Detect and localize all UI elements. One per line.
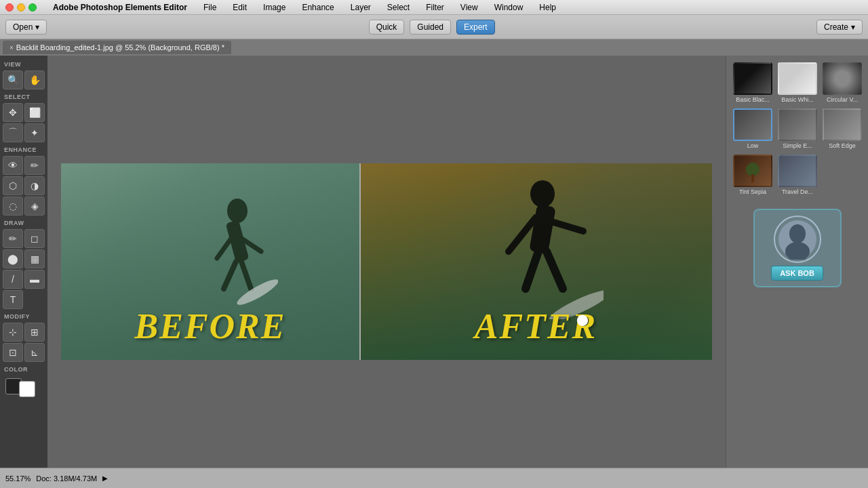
before-image: Before xyxy=(61,163,359,360)
enhance-section-label: ENHANCE xyxy=(3,144,45,155)
color-section-label: COLOR xyxy=(3,363,45,374)
red-eye-tool[interactable]: 👁 xyxy=(3,156,23,175)
filter-label-tint-sepia: Tint Sepia xyxy=(739,188,766,195)
app-name-label: Adobe Photoshop Elements Editor xyxy=(53,3,187,12)
zoom-level: 55.17% xyxy=(5,474,31,483)
svg-point-7 xyxy=(530,180,555,207)
svg-point-0 xyxy=(227,199,248,223)
straighten-tool[interactable]: ⊾ xyxy=(24,343,45,362)
filter-label-low: Low xyxy=(747,142,759,149)
modify-tools-row-2: ⊡ ⊾ xyxy=(3,343,45,362)
enhance-tools-row-1: 👁 ✏ xyxy=(3,156,45,175)
menu-layer[interactable]: Layer xyxy=(348,1,374,14)
select-tools-row-1: ✥ ⬜ xyxy=(3,103,45,122)
menu-select[interactable]: Select xyxy=(384,1,412,14)
view-section-label: VIEW xyxy=(3,58,45,69)
filter-label-travel-de: Travel De... xyxy=(782,188,813,195)
filter-item-travel-de[interactable]: Travel De... xyxy=(776,153,818,197)
menu-edit[interactable]: Edit xyxy=(230,1,250,14)
open-label: Open xyxy=(13,22,33,32)
type-tool[interactable]: T xyxy=(3,290,23,309)
clone-tool[interactable]: ⬡ xyxy=(3,176,23,195)
filter-label-basic-white: Basic Whi... xyxy=(781,96,814,103)
guided-mode-button[interactable]: Guided xyxy=(410,20,451,35)
line-tool[interactable]: / xyxy=(3,270,23,289)
tabs-bar: × Backlit Boarding_edited-1.jpg @ 55.2% … xyxy=(0,39,868,56)
ask-bob-button[interactable]: ASK BOB xyxy=(771,266,823,281)
filter-thumb-circular-v xyxy=(823,62,862,95)
filter-thumb-basic-white xyxy=(778,62,817,95)
draw-tools-row-4: T xyxy=(3,290,45,309)
filter-item-basic-white[interactable]: Basic Whi... xyxy=(776,61,818,104)
enhance-tools-row-2: ⬡ ◑ xyxy=(3,176,45,195)
document-tab[interactable]: × Backlit Boarding_edited-1.jpg @ 55.2% … xyxy=(3,41,231,54)
filter-item-low[interactable]: Low xyxy=(732,107,774,150)
svg-line-5 xyxy=(241,262,251,289)
magic-wand-tool[interactable]: ✦ xyxy=(24,123,45,142)
lasso-tool[interactable]: ⌒ xyxy=(3,123,23,142)
status-bar: 55.17% Doc: 3.18M/4.73M ▶ xyxy=(0,468,868,488)
background-color[interactable] xyxy=(19,381,35,397)
menu-file[interactable]: File xyxy=(201,1,219,14)
filter-item-circular-v[interactable]: Circular V... xyxy=(821,61,863,104)
filter-item-basic-black[interactable]: Basic Blac... xyxy=(732,61,774,104)
maximize-window-btn[interactable] xyxy=(28,3,37,12)
menu-window[interactable]: Window xyxy=(492,1,526,14)
expert-mode-button[interactable]: Expert xyxy=(456,20,495,35)
menu-filter[interactable]: Filter xyxy=(423,1,447,14)
open-arrow-icon: ▾ xyxy=(35,22,39,32)
status-arrow-btn[interactable]: ▶ xyxy=(102,474,108,482)
close-window-btn[interactable] xyxy=(5,3,14,12)
menu-help[interactable]: Help xyxy=(536,1,559,14)
create-button[interactable]: Create ▾ xyxy=(816,20,863,35)
brush-tool[interactable]: ✏ xyxy=(3,229,23,248)
filter-label-basic-black: Basic Blac... xyxy=(736,96,770,103)
doc-size: Doc: 3.18M/4.73M xyxy=(36,474,97,483)
draw-tools-row-2: ⬤ ▦ xyxy=(3,249,45,268)
eraser-tool[interactable]: ◻ xyxy=(24,229,45,248)
left-toolbar: VIEW 🔍 ✋ SELECT ✥ ⬜ ⌒ ✦ ENHANCE 👁 ✏ ⬡ ◑ … xyxy=(0,56,47,468)
sharpen-tool[interactable]: ◈ xyxy=(24,197,45,216)
canvas-container: Before After xyxy=(61,163,712,360)
quick-mode-button[interactable]: Quick xyxy=(369,20,405,35)
recompose-tool[interactable]: ⊡ xyxy=(3,343,23,362)
tab-filename: Backlit Boarding_edited-1.jpg @ 55.2% (B… xyxy=(16,43,224,52)
filter-thumb-tint-sepia xyxy=(733,155,772,187)
gradient-tool[interactable]: ▦ xyxy=(24,249,45,268)
transform-tool[interactable]: ⊞ xyxy=(24,323,45,342)
paint-bucket-tool[interactable]: ⬤ xyxy=(3,249,23,268)
menu-enhance[interactable]: Enhance xyxy=(299,1,336,14)
minimize-window-btn[interactable] xyxy=(17,3,25,12)
hand-tool[interactable]: ✋ xyxy=(24,70,45,89)
filter-item-simple-e[interactable]: Simple E... xyxy=(776,107,818,150)
svg-point-6 xyxy=(235,276,278,306)
draw-tools-row-3: / ▬ xyxy=(3,270,45,289)
shape-tool[interactable]: ▬ xyxy=(24,270,45,289)
menu-image[interactable]: Image xyxy=(260,1,288,14)
svg-line-10 xyxy=(549,221,583,231)
ask-bob-widget: ASK BOB xyxy=(753,209,842,287)
marquee-tool[interactable]: ⬜ xyxy=(24,103,45,122)
select-tools-row-2: ⌒ ✦ xyxy=(3,123,45,142)
menu-view[interactable]: View xyxy=(458,1,481,14)
open-button[interactable]: Open ▾ xyxy=(5,20,47,35)
canvas-divider xyxy=(359,163,361,360)
crop-tool[interactable]: ⊹ xyxy=(3,323,23,342)
filter-thumb-simple-e xyxy=(778,108,817,141)
filter-thumb-basic-black xyxy=(733,62,772,95)
svg-rect-15 xyxy=(751,174,754,182)
move-tool[interactable]: ✥ xyxy=(3,103,23,122)
zoom-tool[interactable]: 🔍 xyxy=(3,70,23,89)
filter-item-tint-sepia[interactable]: Tint Sepia xyxy=(732,153,774,197)
tab-close-btn[interactable]: × xyxy=(9,44,14,52)
healing-tool[interactable]: ✏ xyxy=(24,156,45,175)
filter-thumb-low xyxy=(733,108,772,141)
after-label: After xyxy=(475,306,597,346)
dodge-tool[interactable]: ◑ xyxy=(24,176,45,195)
create-arrow-icon: ▾ xyxy=(851,22,855,32)
canvas-area: Before After xyxy=(47,56,726,468)
filter-thumb-travel-de xyxy=(778,155,817,187)
filter-item-soft-edge[interactable]: Soft Edge xyxy=(821,107,863,150)
blur-tool[interactable]: ◌ xyxy=(3,197,23,216)
filter-label-circular-v: Circular V... xyxy=(827,96,858,103)
